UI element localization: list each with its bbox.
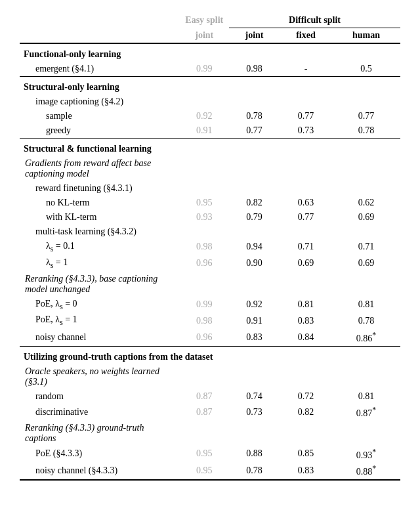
cell-value: 0.79: [229, 210, 280, 225]
table-row: no KL-term0.950.820.630.62: [20, 196, 400, 210]
cell-value: [180, 156, 229, 181]
empty-header: [20, 13, 180, 28]
table-row: PoE, λs = 10.980.910.830.78: [20, 312, 400, 329]
table-row: Reranking (§4.3.3) ground-truth captions: [20, 421, 400, 446]
cell-value: 0.83: [280, 312, 332, 329]
row-label: greedy: [20, 123, 180, 139]
row-label: noisy channel: [20, 329, 180, 346]
easy-joint-header: joint: [180, 28, 229, 44]
row-label: PoE (§4.3.3): [20, 446, 180, 463]
cell-value: 0.72: [280, 389, 332, 404]
cell-value: 0.93: [180, 210, 229, 225]
cell-value: [332, 421, 400, 446]
cell-value: 0.94: [229, 239, 280, 255]
row-label: λs = 0.1: [20, 239, 180, 255]
cell-value: 0.90: [229, 255, 280, 272]
table-row: multi-task learning (§4.3.2): [20, 225, 400, 239]
row-label: with KL-term: [20, 210, 180, 225]
cell-value: [180, 95, 229, 109]
table-row: PoE, λs = 00.990.920.810.81: [20, 297, 400, 313]
cell-value: 0.69: [332, 210, 400, 225]
cell-value: [332, 156, 400, 181]
row-label: Oracle speakers, no weights learned (§3.…: [20, 364, 180, 389]
cell-value: 0.91: [229, 312, 280, 329]
row-label: noisy channel (§4.3.3): [20, 462, 180, 480]
table-row: reward finetuning (§4.3.1): [20, 181, 400, 196]
cell-value: 0.63: [280, 196, 332, 210]
table-row: with KL-term0.930.790.770.69: [20, 210, 400, 225]
cell-value: [229, 181, 280, 196]
cell-value: 0.69: [280, 255, 332, 272]
row-label: Reranking (§4.3.3), base captioning mode…: [20, 272, 180, 297]
cell-value: -: [280, 62, 332, 77]
section-header-row: Functional-only learning: [20, 43, 400, 62]
cell-value: [280, 156, 332, 181]
cell-value: [332, 181, 400, 196]
cell-value: 0.77: [280, 109, 332, 123]
section-header-row: Structural & functional learning: [20, 139, 400, 157]
table-row: greedy0.910.770.730.78: [20, 123, 400, 139]
col-group-header-row: Easy split Difficult split: [20, 13, 400, 28]
section-header-label: Structural-only learning: [20, 77, 400, 95]
cell-value: [180, 364, 229, 389]
table-row: PoE (§4.3.3)0.950.880.850.93*: [20, 446, 400, 463]
row-label: λs = 1: [20, 255, 180, 272]
cell-value: 0.92: [180, 109, 229, 123]
cell-value: 0.78: [229, 462, 280, 480]
cell-value: 0.98: [229, 62, 280, 77]
cell-value: 0.62: [332, 196, 400, 210]
cell-value: 0.81: [332, 297, 400, 313]
cell-value: 0.73: [280, 123, 332, 139]
cell-value: 0.77: [280, 210, 332, 225]
cell-value: [280, 95, 332, 109]
cell-value: 0.95: [180, 462, 229, 480]
row-label: image captioning (§4.2): [20, 95, 180, 109]
cell-value: 0.71: [280, 239, 332, 255]
cell-value: 0.81: [280, 297, 332, 313]
cell-value: 0.98: [180, 312, 229, 329]
cell-value: 0.99: [180, 297, 229, 313]
row-label: PoE, λs = 0: [20, 297, 180, 313]
cell-value: [229, 421, 280, 446]
section-header-label: Utilizing ground-truth captions from the…: [20, 346, 400, 364]
cell-value: 0.82: [229, 196, 280, 210]
cell-value: 0.77: [229, 123, 280, 139]
table-row: discriminative0.870.730.820.87*: [20, 404, 400, 421]
cell-value: [180, 421, 229, 446]
cell-value: 0.71: [332, 239, 400, 255]
row-label: discriminative: [20, 404, 180, 421]
section-header-label: Functional-only learning: [20, 43, 400, 62]
cell-value: 0.77: [332, 109, 400, 123]
cell-value: 0.87*: [332, 404, 400, 421]
difficult-fixed-header: fixed: [280, 28, 332, 44]
row-label: PoE, λs = 1: [20, 312, 180, 329]
table-row: Gradients from reward affect base captio…: [20, 156, 400, 181]
cell-value: [229, 156, 280, 181]
table-row: sample0.920.780.770.77: [20, 109, 400, 123]
cell-value: 0.85: [280, 446, 332, 463]
table-row: noisy channel (§4.3.3)0.950.780.830.88*: [20, 462, 400, 480]
section-header-label: Structural & functional learning: [20, 139, 400, 157]
row-label: reward finetuning (§4.3.1): [20, 181, 180, 196]
cell-value: 0.98: [180, 239, 229, 255]
cell-value: 0.95: [180, 446, 229, 463]
cell-value: [332, 364, 400, 389]
row-label: Gradients from reward affect base captio…: [20, 156, 180, 181]
cell-value: 0.96: [180, 255, 229, 272]
cell-value: 0.93*: [332, 446, 400, 463]
cell-value: [229, 225, 280, 239]
row-label: emergent (§4.1): [20, 62, 180, 77]
cell-value: 0.99: [180, 62, 229, 77]
cell-value: [180, 272, 229, 297]
section-header-row: Utilizing ground-truth captions from the…: [20, 346, 400, 364]
cell-value: [280, 225, 332, 239]
table-row: Oracle speakers, no weights learned (§3.…: [20, 364, 400, 389]
cell-value: 0.83: [229, 329, 280, 346]
table-row: λs = 10.960.900.690.69: [20, 255, 400, 272]
cell-value: [229, 364, 280, 389]
difficult-joint-header: joint: [229, 28, 280, 44]
cell-value: 0.87: [180, 389, 229, 404]
table-row: Reranking (§4.3.3), base captioning mode…: [20, 272, 400, 297]
cell-value: 0.81: [332, 389, 400, 404]
cell-value: 0.73: [229, 404, 280, 421]
